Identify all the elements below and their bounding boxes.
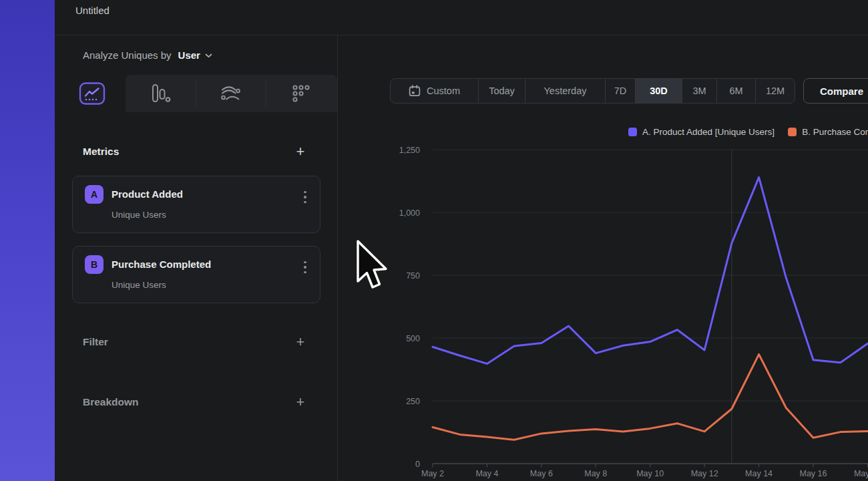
svg-text:May 10: May 10 xyxy=(636,469,664,478)
svg-text:May 12: May 12 xyxy=(691,469,718,478)
svg-text:May 18: May 18 xyxy=(854,469,868,478)
svg-text:May 4: May 4 xyxy=(475,469,498,478)
svg-text:750: 750 xyxy=(406,271,420,281)
svg-text:May 14: May 14 xyxy=(745,469,773,478)
svg-text:May 6: May 6 xyxy=(530,469,553,478)
svg-text:1,000: 1,000 xyxy=(399,208,420,218)
svg-text:May 2: May 2 xyxy=(421,469,444,478)
svg-text:May 16: May 16 xyxy=(799,469,827,478)
svg-text:1,250: 1,250 xyxy=(399,146,420,155)
svg-text:May 8: May 8 xyxy=(584,469,607,478)
svg-text:500: 500 xyxy=(406,334,420,343)
screen: Untitled Analyze Uniques by User xyxy=(0,0,868,481)
line-chart[interactable]: 02505007501,0001,250May 2May 4May 6May 8… xyxy=(0,0,868,481)
svg-text:250: 250 xyxy=(406,397,420,406)
svg-text:0: 0 xyxy=(415,460,420,469)
